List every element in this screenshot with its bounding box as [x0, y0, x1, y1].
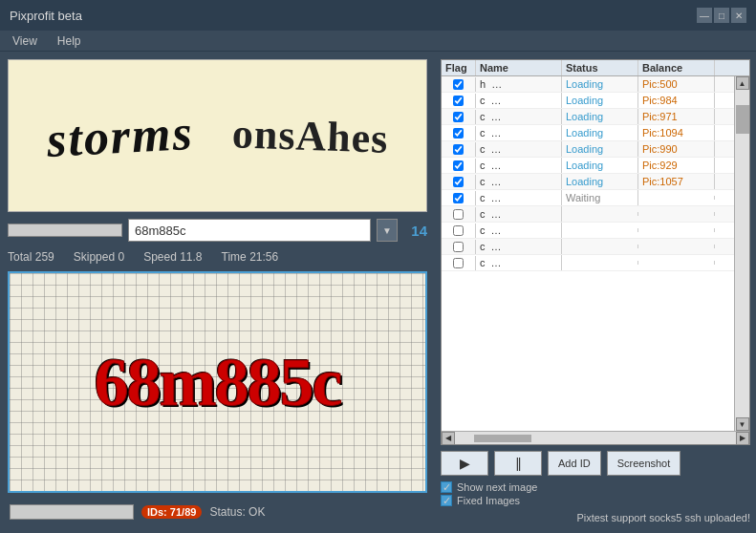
table-data-area: h … Loading Pic:500 c … Loading Pic:984 … — [442, 76, 734, 431]
window-controls: — □ ✕ — [697, 8, 746, 23]
table-row: c … Waiting — [442, 190, 734, 206]
play-button[interactable]: ▶ — [441, 451, 488, 476]
table-row: c … Loading Pic:929 — [442, 158, 734, 174]
add-id-button[interactable]: Add ID — [548, 451, 601, 476]
show-next-checkbox[interactable]: ✓ — [441, 481, 452, 493]
grid-captcha-area: 68m885c — [8, 271, 427, 493]
minimize-button[interactable]: — — [697, 8, 712, 23]
h-scroll-thumb[interactable] — [474, 435, 531, 442]
show-next-label: Show next image — [457, 481, 537, 493]
dropdown-button[interactable]: ▼ — [377, 219, 398, 242]
table-row: c … — [442, 255, 734, 271]
table-row: c … — [442, 223, 734, 239]
scrollbar-thumb[interactable] — [736, 105, 749, 134]
captcha-word1: storms — [46, 104, 195, 168]
col-flag: Flag — [442, 60, 476, 75]
menu-bar: View Help — [0, 31, 756, 52]
menu-help[interactable]: Help — [50, 32, 89, 50]
table-row: c … Loading Pic:990 — [442, 141, 734, 158]
captcha-input[interactable] — [128, 219, 371, 242]
speed-stat: Speed 11.8 — [143, 250, 202, 264]
row-name: h … — [476, 76, 562, 92]
row-balance: Pic:500 — [638, 76, 715, 92]
table-inner: h … Loading Pic:500 c … Loading Pic:984 … — [442, 76, 749, 431]
main-content: storms onsAhes ▼ 14 Total 259 Skipped 0 … — [0, 52, 756, 533]
row-status: Loading — [562, 76, 638, 92]
col-name: Name — [476, 60, 562, 75]
skipped-stat: Skipped 0 — [74, 250, 124, 264]
table-row: c … Loading Pic:971 — [442, 109, 734, 125]
time-stat: Time 21:56 — [222, 250, 279, 264]
title-bar: Pixprofit beta — □ ✕ — [0, 0, 756, 31]
right-panel: Flag Name Status Balance h … Loading Pic… — [435, 52, 756, 533]
stats-row: Total 259 Skipped 0 Speed 11.8 Time 21:5… — [8, 248, 427, 266]
table-row: c … Loading Pic:984 — [442, 93, 734, 109]
table-row: c … — [442, 239, 734, 255]
table-header: Flag Name Status Balance — [442, 60, 749, 76]
row-flag[interactable] — [442, 77, 476, 92]
count-badge: 14 — [403, 223, 427, 239]
captcha-word2: onsAhes — [231, 109, 389, 163]
vertical-scrollbar[interactable]: ▲ ▼ — [734, 76, 749, 431]
captcha-display: storms onsAhes — [8, 59, 427, 212]
table-row: c … Loading Pic:1094 — [442, 125, 734, 141]
maximize-button[interactable]: □ — [714, 8, 729, 23]
support-text: Pixtest support socks5 ssh uploaded! — [441, 510, 750, 525]
col-status: Status — [562, 60, 638, 75]
status-ok-text: Status: OK — [209, 505, 265, 519]
ids-badge: IDs: 71/89 — [141, 505, 202, 519]
table-row: h … Loading Pic:500 — [442, 76, 734, 93]
bottom-status: IDs: 71/89 Status: OK — [8, 499, 427, 525]
pause-button[interactable]: ‖ — [494, 451, 542, 476]
left-panel: storms onsAhes ▼ 14 Total 259 Skipped 0 … — [0, 52, 435, 533]
captcha-text-area: storms onsAhes — [9, 60, 426, 211]
controls-row: ▶ ‖ Add ID Screenshot — [441, 449, 750, 478]
accounts-table: Flag Name Status Balance h … Loading Pic… — [441, 59, 750, 445]
table-row: c … Loading Pic:1057 — [442, 174, 734, 190]
fixed-images-checkbox[interactable]: ✓ — [441, 495, 452, 506]
input-row: ▼ 14 — [8, 218, 427, 243]
option-show-next: ✓ Show next image — [441, 481, 750, 493]
total-stat: Total 259 — [8, 250, 54, 264]
fixed-images-label: Fixed Images — [457, 495, 520, 506]
menu-view[interactable]: View — [5, 32, 45, 50]
progress-bar-bottom — [10, 504, 134, 520]
options-row: ✓ Show next image ✓ Fixed Images — [441, 481, 750, 506]
window-title: Pixprofit beta — [10, 9, 82, 23]
close-button[interactable]: ✕ — [731, 8, 746, 23]
table-row: c … — [442, 206, 734, 223]
grid-captcha-text: 68m885c — [95, 343, 341, 422]
horizontal-scrollbar[interactable]: ◀ ▶ — [442, 431, 749, 444]
progress-bar-small — [8, 224, 122, 237]
screenshot-button[interactable]: Screenshot — [607, 451, 681, 476]
h-scroll-track — [455, 435, 736, 442]
col-balance: Balance — [638, 60, 715, 75]
option-fixed-images: ✓ Fixed Images — [441, 495, 750, 506]
